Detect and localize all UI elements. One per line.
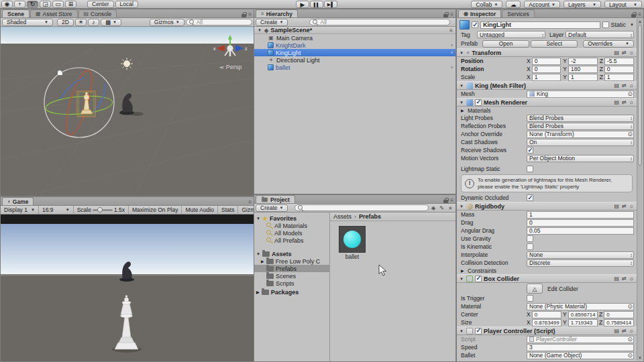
hierarchy-create-dropdown[interactable]: Create▼ bbox=[256, 19, 288, 26]
foldout-icon[interactable]: ▼ bbox=[460, 277, 464, 281]
pause-button[interactable]: ▌▌ bbox=[310, 1, 323, 8]
tab-game[interactable]: ◖Game bbox=[2, 197, 34, 205]
script-enabled-checkbox[interactable] bbox=[475, 328, 482, 335]
position-x-field[interactable]: 0 bbox=[532, 58, 561, 65]
motion-vectors-dropdown[interactable]: Per Object Motion bbox=[527, 155, 634, 162]
panel-corner[interactable]: ≡ bbox=[441, 197, 455, 203]
search-by-type-icon[interactable]: ◈ bbox=[430, 205, 437, 211]
box-collider-header[interactable]: ▼ Box Collider ▤⇄☼ bbox=[457, 274, 637, 283]
scale-slider[interactable] bbox=[93, 209, 113, 211]
layers-dropdown[interactable]: Layers▼ bbox=[564, 1, 601, 8]
pivot-center-button[interactable]: Center bbox=[87, 1, 114, 8]
angular-drag-field[interactable]: 0.05 bbox=[527, 227, 634, 235]
asset-item-ballet[interactable]: ballet bbox=[337, 226, 367, 260]
is-trigger-checkbox[interactable] bbox=[527, 295, 533, 302]
packages-folder[interactable]: ▶Packages bbox=[254, 288, 329, 296]
foldout-icon[interactable]: ▼ bbox=[460, 329, 464, 333]
foldout-icon[interactable]: ▼ bbox=[257, 28, 262, 32]
speed-field[interactable]: 3 bbox=[527, 344, 634, 351]
book-icon[interactable]: ▤ bbox=[614, 99, 619, 105]
hierarchy-item-ballet[interactable]: ballet › bbox=[254, 64, 455, 71]
favorites-all-prefabs[interactable]: All Prefabs bbox=[254, 237, 329, 244]
play-button[interactable]: ▶ bbox=[296, 1, 309, 8]
layer-dropdown[interactable]: Default bbox=[566, 31, 634, 38]
scene-viewport[interactable]: x z ≪ Persp bbox=[1, 27, 254, 196]
scene-search-input[interactable]: All bbox=[186, 19, 252, 25]
cast-shadows-dropdown[interactable]: On bbox=[527, 139, 634, 146]
foldout-icon[interactable]: ▼ bbox=[460, 84, 464, 88]
presets-icon[interactable]: ⇄ bbox=[622, 276, 627, 282]
presets-icon[interactable]: ⇄ bbox=[622, 203, 627, 209]
scale-y-field[interactable]: 1 bbox=[568, 74, 598, 81]
scene-audio-toggle[interactable]: ♪ bbox=[88, 19, 99, 26]
asset-thumbnail[interactable] bbox=[339, 226, 366, 253]
is-kinematic-checkbox[interactable] bbox=[527, 243, 533, 250]
assets-folder[interactable]: ▼Assets bbox=[254, 250, 329, 257]
foldout-icon[interactable]: ▼ bbox=[460, 101, 464, 105]
presets-icon[interactable]: ⇄ bbox=[622, 50, 627, 56]
game-viewport[interactable] bbox=[1, 215, 254, 361]
scale-tool-button[interactable]: ◲ bbox=[40, 1, 51, 8]
mesh-renderer-enabled-checkbox[interactable] bbox=[475, 99, 482, 106]
project-create-dropdown[interactable]: Create▼ bbox=[256, 204, 288, 212]
gear-icon[interactable]: ☼ bbox=[629, 99, 634, 105]
scroll-up-icon[interactable]: ▲ bbox=[638, 19, 642, 23]
foldout-icon[interactable]: ▶ bbox=[256, 290, 260, 294]
book-icon[interactable]: ▤ bbox=[614, 50, 619, 56]
player-controller-header[interactable]: ▼ Player Controller (Script) ▤⇄☼ bbox=[457, 326, 637, 335]
tab-hierarchy[interactable]: ≡Hierarchy bbox=[256, 9, 298, 17]
book-icon[interactable]: ▤ bbox=[614, 328, 619, 334]
foldout-icon[interactable]: ▼ bbox=[256, 252, 260, 256]
static-checkbox[interactable] bbox=[602, 21, 609, 28]
dynamic-occluded-checkbox[interactable] bbox=[527, 194, 533, 201]
scroll-down-icon[interactable]: ▼ bbox=[638, 356, 642, 360]
edit-collider-button[interactable]: △ bbox=[527, 284, 543, 294]
hand-tool-button[interactable]: ◉ bbox=[1, 1, 13, 8]
mass-field[interactable]: 1 bbox=[527, 211, 634, 219]
collab-dropdown[interactable]: Collab▼ bbox=[471, 1, 502, 8]
rigidbody-header[interactable]: ▼ Rigidbody ▤⇄☼ bbox=[457, 202, 637, 210]
mesh-filter-header[interactable]: ▼ King (Mesh Filter) ▤⇄☼ bbox=[457, 81, 637, 90]
presets-icon[interactable]: ⇄ bbox=[622, 99, 627, 105]
gear-icon[interactable]: ☼ bbox=[629, 276, 634, 282]
layout-dropdown[interactable]: Layout▼ bbox=[604, 1, 642, 8]
transform-tool-button[interactable]: ⊞ bbox=[65, 1, 76, 8]
drag-field[interactable]: 0 bbox=[527, 219, 634, 227]
panel-corner[interactable]: ≡ bbox=[441, 11, 455, 17]
book-icon[interactable]: ▤ bbox=[614, 276, 619, 282]
rotation-y-field[interactable]: 180 bbox=[568, 66, 598, 73]
position-y-field[interactable]: -2 bbox=[568, 58, 598, 65]
cloud-button[interactable]: ☁ bbox=[506, 1, 521, 8]
use-gravity-checkbox[interactable] bbox=[527, 235, 533, 242]
scale-slider-thumb[interactable] bbox=[97, 207, 103, 213]
gizmos-dropdown[interactable]: Gizmos▼ bbox=[150, 19, 184, 26]
center-y-field[interactable]: 0.8596714 bbox=[568, 311, 598, 318]
shaded-dropdown[interactable]: Shaded▼ bbox=[2, 19, 53, 26]
transform-header[interactable]: ▼ + Transform ▤⇄☼ bbox=[457, 48, 637, 57]
anchor-override-field[interactable]: None (Transform) bbox=[527, 131, 634, 138]
mesh-object-field[interactable]: King bbox=[527, 90, 634, 98]
foldout-icon[interactable]: ▶ bbox=[461, 108, 466, 113]
rect-tool-button[interactable]: ▭ bbox=[52, 1, 64, 8]
active-checkbox[interactable] bbox=[472, 21, 478, 28]
favorites-folder[interactable]: ▼★Favorites bbox=[254, 215, 329, 222]
book-icon[interactable]: ▤ bbox=[614, 82, 619, 88]
move-tool-button[interactable]: + bbox=[14, 1, 25, 8]
size-z-field[interactable]: 0.7589414 bbox=[604, 319, 634, 326]
prefab-select-button[interactable]: Select bbox=[531, 40, 578, 48]
menu-icon[interactable]: ≡ bbox=[449, 27, 455, 34]
prefab-open-chevron[interactable]: › bbox=[451, 50, 455, 56]
assets-free-low-poly[interactable]: ▶Free Low Poly C bbox=[254, 257, 329, 265]
foldout-icon[interactable]: ▼ bbox=[256, 217, 260, 221]
size-y-field[interactable]: 1.719343 bbox=[568, 319, 598, 326]
collision-detection-dropdown[interactable]: Discrete bbox=[527, 259, 634, 267]
foldout-icon[interactable]: ▶ bbox=[461, 268, 466, 273]
maximize-on-play-toggle[interactable]: Maximize On Play bbox=[128, 206, 182, 215]
scale-z-field[interactable]: 1 bbox=[604, 74, 634, 81]
foldout-icon[interactable]: ▼ bbox=[460, 51, 464, 55]
mesh-renderer-header[interactable]: ▼ Mesh Renderer ▤⇄☼ bbox=[457, 98, 637, 107]
tab-scene[interactable]: Scene bbox=[2, 9, 30, 17]
aspect-dropdown[interactable]: 16:9▼ bbox=[38, 206, 73, 215]
hierarchy-item-main-camera[interactable]: ▣ Main Camera bbox=[254, 34, 455, 42]
stats-toggle[interactable]: Stats bbox=[217, 206, 237, 215]
